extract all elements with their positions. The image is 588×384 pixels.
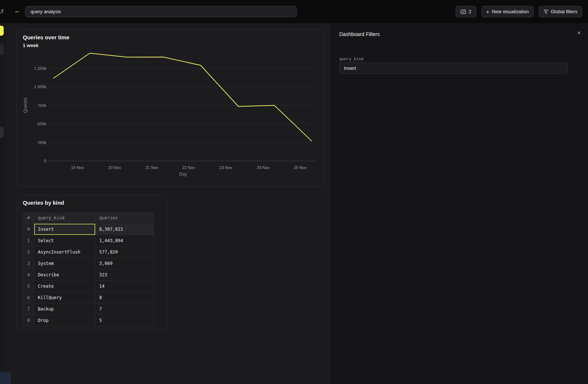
query-kind-cell[interactable]: AsyncInsertFlush xyxy=(34,247,96,258)
row-index: 3 xyxy=(23,258,34,269)
query-kind-cell[interactable]: KillQuery xyxy=(34,292,96,303)
queries-cell[interactable]: 3,060 xyxy=(96,258,154,269)
new-visualization-button[interactable]: + New visualization xyxy=(481,6,534,17)
dashboard-filters-panel: Dashboard Filters × query_kind xyxy=(331,23,588,384)
queries-cell[interactable]: 5 xyxy=(96,315,154,326)
query-kind-cell[interactable]: Backup xyxy=(34,304,96,315)
table-row: 6KillQuery8 xyxy=(23,292,154,303)
row-index: 1 xyxy=(23,235,34,246)
table-header-row: # query_kind queries xyxy=(23,213,154,223)
history-icon[interactable]: ↺ xyxy=(0,8,4,15)
svg-text:1 000k: 1 000k xyxy=(34,85,47,89)
svg-text:23 Nov: 23 Nov xyxy=(219,165,232,170)
rail-item-active[interactable] xyxy=(0,26,4,36)
filter-field-input[interactable] xyxy=(339,62,568,74)
row-index: 6 xyxy=(23,292,34,303)
new-visualization-label: New visualization xyxy=(492,9,528,14)
query-kind-cell[interactable]: System xyxy=(34,258,96,269)
queries-over-time-line-chart[interactable]: 1 250k1 000k750k500k250k019 Nov20 Nov21 … xyxy=(22,49,319,178)
row-index: 2 xyxy=(23,247,34,258)
table-row: 7Backup7 xyxy=(23,303,154,315)
query-kind-cell[interactable]: Describe xyxy=(34,269,96,280)
table-row: 0Insert8,307,021 xyxy=(23,223,154,235)
column-header-query-kind: query_kind xyxy=(34,213,96,223)
queries-cell[interactable]: 8 xyxy=(96,292,154,303)
row-index: 4 xyxy=(23,269,34,280)
svg-text:750k: 750k xyxy=(37,103,46,108)
table-card-title: Queries by kind xyxy=(23,200,64,206)
bottom-left-square[interactable] xyxy=(0,372,11,384)
svg-text:25 Nov: 25 Nov xyxy=(294,165,306,170)
query-kind-cell[interactable]: Select xyxy=(34,235,96,246)
column-header-index: # xyxy=(23,213,34,223)
chart-card: Queries over time 1 week 1 250k1 000k750… xyxy=(17,29,325,187)
dashboard-title-input[interactable] xyxy=(25,6,297,17)
topbar-actions: 2 + New visualization Global filters xyxy=(456,6,582,17)
panel-title: Dashboard Filters xyxy=(339,31,380,37)
panel-count-label: 2 xyxy=(469,9,471,14)
svg-text:19 Nov: 19 Nov xyxy=(71,165,84,170)
column-header-queries: queries xyxy=(96,213,154,223)
rail-item[interactable] xyxy=(0,127,4,138)
topbar: ↺ ← 2 + New visualization Global filters xyxy=(0,0,588,23)
query-kind-cell[interactable]: Insert xyxy=(34,224,96,235)
table-row: 5Create14 xyxy=(23,280,154,292)
chart-card-title: Queries over time xyxy=(23,34,69,40)
row-index: 0 xyxy=(23,224,34,235)
chart-card-subtitle: 1 week xyxy=(23,43,39,48)
row-index: 5 xyxy=(23,281,34,292)
queries-cell[interactable]: 14 xyxy=(96,281,154,292)
svg-text:500k: 500k xyxy=(37,122,46,126)
queries-cell[interactable]: 8,307,021 xyxy=(96,224,154,235)
panel-count-button[interactable]: 2 xyxy=(456,6,476,17)
queries-cell[interactable]: 323 xyxy=(96,269,154,280)
table-row: 4Describe323 xyxy=(23,269,154,280)
queries-cell[interactable]: 1,443,894 xyxy=(96,235,154,246)
svg-text:20 Nov: 20 Nov xyxy=(108,165,121,170)
svg-text:21 Nov: 21 Nov xyxy=(146,165,158,170)
row-index: 8 xyxy=(23,315,34,326)
app-window: ↺ ← 2 + New visualization Global filters xyxy=(0,0,588,384)
table-row: 2AsyncInsertFlush577,820 xyxy=(23,246,154,258)
table-card: Queries by kind # query_kind queries 0In… xyxy=(17,195,167,331)
svg-text:1 250k: 1 250k xyxy=(34,66,47,71)
queries-cell[interactable]: 577,820 xyxy=(96,247,154,258)
query-kind-cell[interactable]: Create xyxy=(34,281,96,292)
svg-text:250k: 250k xyxy=(37,140,46,145)
rail-item[interactable] xyxy=(0,44,4,55)
left-rail xyxy=(0,23,6,384)
queries-by-kind-table: # query_kind queries 0Insert8,307,0211Se… xyxy=(23,213,154,326)
svg-text:0: 0 xyxy=(44,159,46,163)
back-button[interactable]: ← xyxy=(14,7,21,14)
plus-icon: + xyxy=(486,8,490,15)
svg-text:Day: Day xyxy=(179,172,187,177)
table-row: 3System3,060 xyxy=(23,258,154,269)
close-icon[interactable]: × xyxy=(577,30,581,36)
visualization-panel-icon xyxy=(460,10,466,14)
table-row: 1Select1,443,894 xyxy=(23,235,154,246)
funnel-icon xyxy=(544,10,548,14)
svg-text:Queries: Queries xyxy=(23,97,28,113)
table-row: 8Drop5 xyxy=(23,315,154,326)
query-kind-cell[interactable]: Drop xyxy=(34,315,96,326)
svg-text:24 Nov: 24 Nov xyxy=(257,165,270,170)
table-body: 0Insert8,307,0211Select1,443,8942AsyncIn… xyxy=(23,223,154,326)
global-filters-label: Global filters xyxy=(551,9,577,14)
filter-field-label: query_kind xyxy=(339,57,363,61)
queries-cell[interactable]: 7 xyxy=(96,304,154,315)
global-filters-button[interactable]: Global filters xyxy=(539,6,582,17)
row-index: 7 xyxy=(23,304,34,315)
main-content: Queries over time 1 week 1 250k1 000k750… xyxy=(6,23,331,384)
svg-text:22 Nov: 22 Nov xyxy=(182,165,195,170)
